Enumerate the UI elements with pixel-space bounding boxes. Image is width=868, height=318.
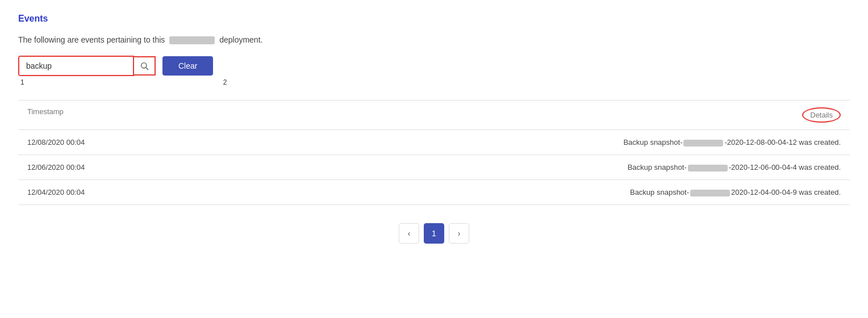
next-page-button[interactable]: › xyxy=(449,223,469,244)
annotations-row: 1 2 xyxy=(18,78,850,86)
redacted-1 xyxy=(683,140,723,147)
page-1-button[interactable]: 1 xyxy=(424,223,444,244)
annotation-2: 2 xyxy=(223,78,227,86)
col-timestamp-header: Timestamp xyxy=(27,107,64,123)
prev-page-button[interactable]: ‹ xyxy=(399,223,419,244)
search-input[interactable] xyxy=(19,57,133,75)
details-circle: Details xyxy=(802,107,841,123)
search-section: Clear 1 2 xyxy=(18,56,850,86)
redacted-2 xyxy=(688,165,728,171)
row-timestamp-1: 12/08/2020 00:04 xyxy=(27,138,118,147)
table-header: Timestamp Details xyxy=(18,101,850,130)
table-row: 12/04/2020 00:04 Backup snapshot-2020-12… xyxy=(18,180,850,205)
annotation-1: 1 xyxy=(20,78,24,86)
page-title: Events xyxy=(18,14,850,24)
search-input-wrapper xyxy=(18,56,134,76)
col-details-header: Details xyxy=(802,107,841,123)
row-details-2: Backup snapshot--2020-12-06-00-04-4 was … xyxy=(628,163,841,171)
page-container: Events The following are events pertaini… xyxy=(0,0,868,271)
search-button[interactable] xyxy=(134,56,156,76)
redacted-deployment xyxy=(169,36,215,44)
pagination: ‹ 1 › xyxy=(18,223,850,257)
events-table: Timestamp Details 12/08/2020 00:04 Backu… xyxy=(18,100,850,205)
description: The following are events pertaining to t… xyxy=(18,35,850,44)
table-row: 12/06/2020 00:04 Backup snapshot--2020-1… xyxy=(18,155,850,180)
search-icon xyxy=(140,61,149,70)
row-timestamp-3: 12/04/2020 00:04 xyxy=(27,188,118,196)
redacted-3 xyxy=(690,190,730,196)
search-row: Clear xyxy=(18,56,850,76)
row-details-3: Backup snapshot-2020-12-04-00-04-9 was c… xyxy=(630,188,841,196)
clear-button[interactable]: Clear xyxy=(162,56,213,76)
row-details-1: Backup snapshot--2020-12-08-00-04-12 was… xyxy=(623,138,841,147)
table-row: 12/08/2020 00:04 Backup snapshot--2020-1… xyxy=(18,130,850,155)
svg-line-1 xyxy=(146,68,148,70)
row-timestamp-2: 12/06/2020 00:04 xyxy=(27,163,118,171)
